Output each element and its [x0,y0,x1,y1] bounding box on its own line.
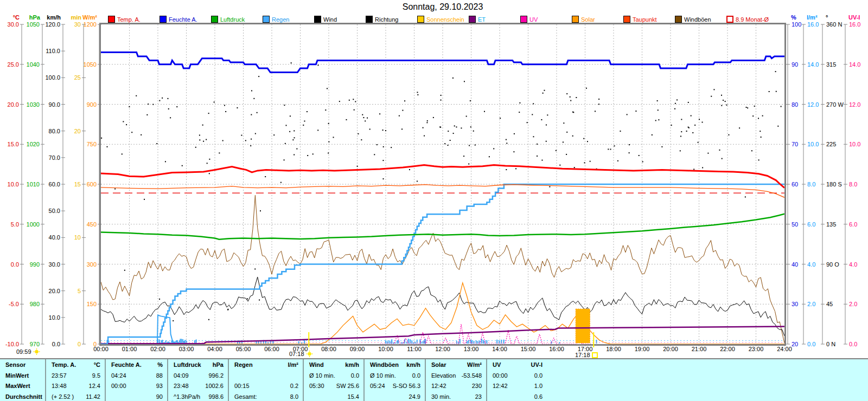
svg-text:03:00: 03:00 [179,346,194,352]
svg-text:70: 70 [792,141,798,147]
svg-text:13:00: 13:00 [464,346,479,352]
table-cell-luftdruck: LuftdruckhPa [167,359,228,370]
table-cell-wind: 15.4 [303,391,363,401]
cell-label: 12:42 [493,383,508,389]
weather-app-window: Sonntag, 29.10.2023 Temp. A.Feuchte A.Lu… [0,0,868,401]
svg-text:90: 90 [792,61,798,68]
svg-text:25.0: 25.0 [8,61,19,68]
cell-label: Ø 10 min. [370,372,396,379]
cell-value: 1002.6 [205,383,224,389]
cell-label: UV [493,361,501,368]
table-cell-regen: 00:150.2 [228,381,303,392]
cell-value: 88 [156,372,163,379]
svg-text:11:00: 11:00 [407,346,422,352]
table-row-header: MaxWert [0,381,45,392]
svg-text:15: 15 [74,181,81,187]
svg-text:°: ° [826,14,828,21]
cell-label: Gesamt: [234,393,257,400]
svg-text:8.0: 8.0 [807,181,815,187]
svg-text:18:00: 18:00 [606,346,621,352]
svg-text:1040: 1040 [27,61,40,68]
svg-text:12:00: 12:00 [435,346,450,352]
cell-label: Windböen [370,361,399,368]
cell-value: 0.0 [412,372,420,379]
svg-text:40.0: 40.0 [49,234,60,241]
table-row-header: Sensor [0,359,45,370]
table-cell-wind: Windkm/h [303,359,363,370]
svg-text:2.0: 2.0 [807,301,815,307]
svg-text:90 O: 90 O [826,261,839,268]
table-cell-regen: Gesamt:8.0 [228,391,303,401]
table-cell-solar: SolarW/m² [425,359,486,370]
cell-value: 0.2 [290,383,298,389]
cell-label: Wind [309,361,324,368]
svg-text:21:00: 21:00 [692,346,707,352]
svg-text:km/h: km/h [47,14,61,21]
svg-text:22:00: 22:00 [720,346,735,352]
cell-value: 996.2 [208,372,224,379]
table-cell-solar: 12:42230 [425,381,486,392]
cell-label: (+ 2.52 ) [52,393,74,400]
table-cell-feuchte-a-: 90 [105,391,167,401]
cell-label: 12:42 [431,383,446,389]
table-row-header: MinWert [0,370,45,381]
table-cell-feuchte-a-: Feuchte A.% [105,359,167,370]
table-cell-luftdruck: 04:09996.2 [167,370,228,381]
svg-text:0.0: 0.0 [849,341,857,347]
table-cell-windb-en: Ø 10 min.0.0 [363,370,425,381]
cell-value: S-SO 56.3 [393,383,420,389]
cell-value: km/h [345,361,359,368]
table-filler [561,391,868,401]
svg-text:0.0: 0.0 [11,261,19,268]
svg-text:04:00: 04:00 [207,346,222,352]
table-cell-feuchte-a-: 04:2488 [105,370,167,381]
svg-text:60: 60 [792,181,798,187]
sunrise-time: 07:18 [289,351,304,357]
table-cell-temp-a-: (+ 2.52 )11.42 [45,391,105,401]
svg-text:300: 300 [87,261,97,268]
svg-text:315: 315 [826,61,836,68]
svg-text:2.0: 2.0 [849,301,857,307]
table-filler [561,370,868,381]
svg-text:225: 225 [826,141,836,147]
svg-text:10.0: 10.0 [8,181,19,187]
svg-text:1050: 1050 [27,21,40,28]
table-cell-temp-a-: 23:579.5 [45,370,105,381]
svg-text:10.0: 10.0 [849,141,860,147]
sunrise-icon [306,351,313,357]
cell-label: 30 min. [431,393,451,400]
svg-text:10: 10 [74,234,81,241]
table-cell-solar: Elevation-53.548 [425,370,486,381]
svg-text:16.0: 16.0 [849,21,860,28]
cell-value: l/m² [288,361,298,368]
table-filler [561,381,868,392]
table-cell-uv: 00:000.0 [486,370,561,381]
cell-label: 00:00 [493,372,508,379]
cell-value: 23 [475,393,482,400]
cell-label: Luftdruck [174,361,201,368]
table-row-header: Durchschnitt [0,391,45,401]
svg-text:01:00: 01:00 [122,346,137,352]
cell-label: 00:00 [111,383,126,389]
cell-label: 23:48 [174,383,189,389]
svg-text:0.0: 0.0 [52,341,60,347]
table-cell-luftdruck: 23:481002.6 [167,381,228,392]
cell-label: 00:15 [234,383,250,389]
svg-text:450: 450 [87,221,97,228]
cell-label: ^1.3hPa/h [174,393,200,400]
table-cell-feuchte-a-: 00:0093 [105,381,167,392]
svg-text:1030: 1030 [27,101,40,108]
cell-label: 23:57 [52,372,67,379]
cell-value: 0.6 [534,393,542,400]
svg-text:150: 150 [87,301,97,307]
svg-text:10.0: 10.0 [49,314,60,321]
svg-text:14:00: 14:00 [492,346,507,352]
svg-text:10:00: 10:00 [378,346,393,352]
svg-text:°C: °C [13,14,20,21]
svg-text:16:00: 16:00 [549,346,564,352]
svg-text:8.0: 8.0 [849,181,857,187]
svg-text:30: 30 [792,301,798,307]
svg-text:08:00: 08:00 [321,346,336,352]
table-cell-windb-en: Windböenkm/h [363,359,425,370]
cell-value: 9.5 [92,372,100,379]
